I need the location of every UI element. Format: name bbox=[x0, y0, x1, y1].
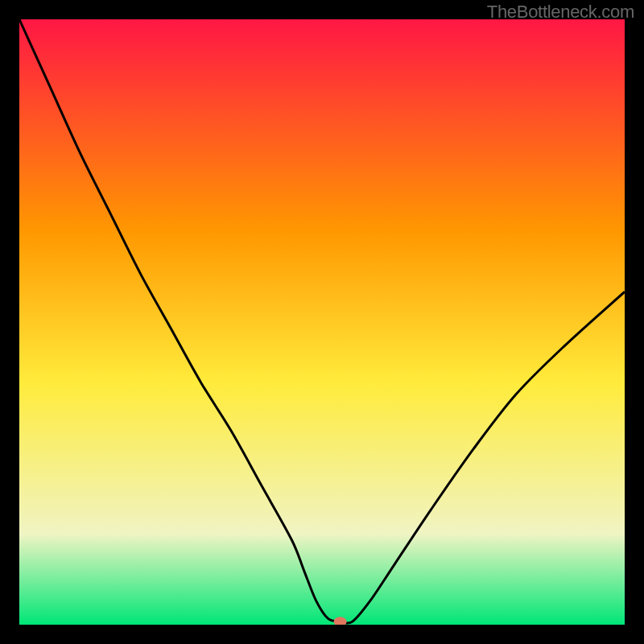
chart-background bbox=[19, 19, 625, 625]
chart-svg bbox=[19, 19, 625, 625]
watermark-text: TheBottleneck.com bbox=[487, 2, 634, 23]
chart-plot-area bbox=[19, 19, 625, 625]
